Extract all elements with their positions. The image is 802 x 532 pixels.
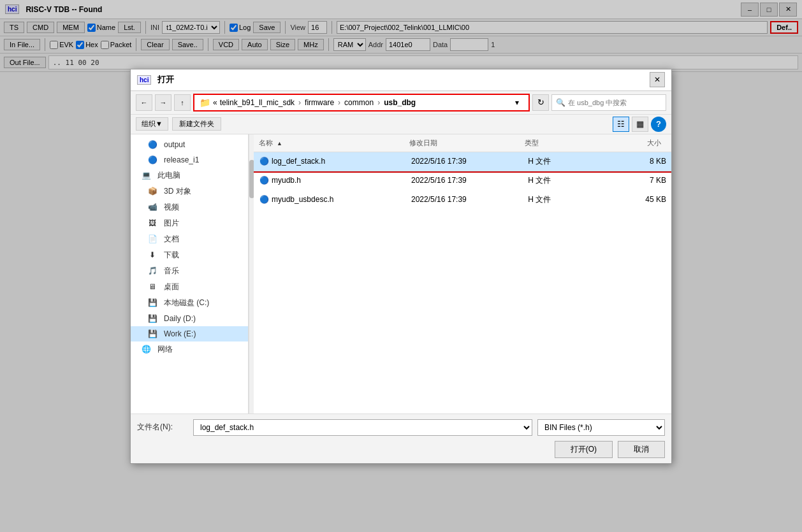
file-size-1: 8 KB <box>604 155 671 167</box>
address-bar: ← → ↑ 📁 « telink_b91_ll_mic_sdk › firmwa… <box>131 91 671 115</box>
open-button[interactable]: 打开(O) <box>555 441 613 458</box>
path-arrow1: › <box>298 98 301 107</box>
sidebar-drive-d-label: Daily (D:) <box>164 314 196 323</box>
path-dropdown-icon[interactable]: ▾ <box>511 96 523 109</box>
computer-icon: 💻 <box>141 170 151 180</box>
dialog-title-text: 打开 <box>157 74 174 85</box>
sidebar-item-docs[interactable]: 📄 文档 <box>131 231 248 247</box>
file-dialog: hci 打开 ✕ ← → ↑ 📁 « telink_b91_ll_mic_sdk… <box>130 69 672 464</box>
desktop-icon: 🖥 <box>147 282 157 292</box>
video-icon: 📹 <box>147 202 157 212</box>
sidebar-item-video[interactable]: 📹 视频 <box>131 199 248 215</box>
path-arrow2: › <box>338 98 340 107</box>
file-type-1: H 文件 <box>523 155 604 168</box>
sidebar-item-music[interactable]: 🎵 音乐 <box>131 263 248 279</box>
release-icon: 🔵 <box>147 155 157 165</box>
file-row-2[interactable]: 🔵 myudb.h 2022/5/16 17:39 H 文件 7 KB <box>254 171 671 191</box>
file-type-3: H 文件 <box>523 193 604 206</box>
path-seg2: common <box>344 98 374 107</box>
sidebar-item-network[interactable]: 🌐 网络 <box>131 341 248 357</box>
search-icon: 🔍 <box>556 98 565 107</box>
sidebar-item-drive-c[interactable]: 💾 本地磁盘 (C:) <box>131 295 248 311</box>
sidebar-video-label: 视频 <box>164 202 179 213</box>
music-icon: 🎵 <box>147 266 157 276</box>
path-seg3: usb_dbg <box>384 98 416 107</box>
sidebar-computer-label: 此电脑 <box>157 170 180 181</box>
file-icon-3: 🔵 <box>259 194 269 205</box>
sidebar-item-downloads[interactable]: ⬇ 下载 <box>131 247 248 263</box>
path-root: « <box>213 98 217 107</box>
drive-e-icon: 💾 <box>147 329 157 339</box>
docs-icon: 📄 <box>147 234 157 244</box>
path-seg1: firmware <box>305 98 334 107</box>
address-folder-icon: 📁 <box>200 97 210 108</box>
new-folder-button[interactable]: 新建文件夹 <box>172 117 221 131</box>
filename-input[interactable]: log_def_stack.h <box>193 419 532 436</box>
file-icon-1: 🔵 <box>259 156 269 166</box>
sort-arrow: ▲ <box>277 140 282 147</box>
sidebar-item-release[interactable]: 🔵 release_i1 <box>131 152 248 168</box>
sidebar-desktop-label: 桌面 <box>164 282 179 292</box>
file-type-2: H 文件 <box>523 174 604 187</box>
file-list-header: 名称 ▲ 修改日期 类型 大小 <box>254 134 671 152</box>
dialog-title-bar: hci 打开 ✕ <box>131 69 671 91</box>
drive-d-icon: 💾 <box>147 313 157 324</box>
file-name-2: 🔵 myudb.h <box>254 174 406 187</box>
path-root-label: telink_b91_ll_mic_sdk <box>220 98 295 107</box>
sidebar-release-label: release_i1 <box>164 155 199 164</box>
sidebar-item-drive-d[interactable]: 💾 Daily (D:) <box>131 311 248 326</box>
sidebar-3d-label: 3D 对象 <box>164 186 191 197</box>
organize-button[interactable]: 组织▼ <box>136 117 168 131</box>
dialog-logo: hci <box>137 75 151 85</box>
dialog-toolbar: 组织▼ 新建文件夹 ☷ ▦ ? <box>131 115 671 134</box>
file-list-container: 名称 ▲ 修改日期 类型 大小 🔵 log_def_stack.h <box>254 134 671 413</box>
file-date-3: 2022/5/16 17:39 <box>406 194 523 205</box>
sidebar-item-3d[interactable]: 📦 3D 对象 <box>131 183 248 199</box>
search-box[interactable]: 🔍 <box>551 94 666 111</box>
view-details-button[interactable]: ☷ <box>613 117 629 132</box>
dialog-overlay: hci 打开 ✕ ← → ↑ 📁 « telink_b91_ll_mic_sdk… <box>0 0 802 532</box>
sidebar-item-desktop[interactable]: 🖥 桌面 <box>131 279 248 295</box>
file-row-3[interactable]: 🔵 myudb_usbdesc.h 2022/5/16 17:39 H 文件 4… <box>254 191 671 210</box>
3d-icon: 📦 <box>147 186 157 196</box>
sidebar-item-computer[interactable]: 💻 此电脑 <box>131 168 248 183</box>
col-type-header[interactable]: 类型 <box>520 137 600 149</box>
drive-c-icon: 💾 <box>147 298 157 308</box>
view-tiles-button[interactable]: ▦ <box>632 117 648 132</box>
sidebar-item-output[interactable]: 🔵 output <box>131 137 248 152</box>
file-row-1[interactable]: 🔵 log_def_stack.h 2022/5/16 17:39 H 文件 8… <box>254 152 671 171</box>
view-icons: ☷ ▦ ? <box>613 117 666 132</box>
sidebar-item-images[interactable]: 🖼 图片 <box>131 215 248 231</box>
sidebar-drive-e-label: Work (E:) <box>164 329 196 338</box>
dialog-title: hci 打开 <box>137 74 174 85</box>
help-button[interactable]: ? <box>651 117 666 132</box>
col-size-header[interactable]: 大小 <box>600 137 671 149</box>
dialog-sidebar: 🔵 output 🔵 release_i1 💻 此电脑 📦 3D 对象 <box>131 134 249 413</box>
dialog-bottom: 文件名(N): log_def_stack.h BIN Files (*.h) … <box>131 413 671 463</box>
output-icon: 🔵 <box>147 140 157 150</box>
file-size-2: 7 KB <box>604 175 671 186</box>
filename-label: 文件名(N): <box>137 422 188 433</box>
images-icon: 🖼 <box>147 218 157 228</box>
network-icon: 🌐 <box>141 344 151 354</box>
forward-button[interactable]: → <box>155 94 171 111</box>
dialog-close-button[interactable]: ✕ <box>650 72 665 87</box>
sidebar-drive-c-label: 本地磁盘 (C:) <box>164 298 209 308</box>
up-button[interactable]: ↑ <box>174 94 191 111</box>
app-window: hci RISC-V TDB -- Found – □ ✕ TS CMD MEM… <box>0 0 802 532</box>
refresh-button[interactable]: ↻ <box>532 94 549 111</box>
back-button[interactable]: ← <box>136 94 152 111</box>
address-path[interactable]: 📁 « telink_b91_ll_mic_sdk › firmware › c… <box>193 94 530 111</box>
file-date-2: 2022/5/16 17:39 <box>406 175 523 186</box>
sidebar-item-drive-e[interactable]: 💾 Work (E:) <box>131 326 248 341</box>
col-name-header[interactable]: 名称 ▲ <box>254 137 404 149</box>
cancel-button[interactable]: 取消 <box>618 441 665 458</box>
col-date-header[interactable]: 修改日期 <box>404 137 520 149</box>
sidebar-output-label: output <box>164 140 185 149</box>
file-icon-2: 🔵 <box>259 175 269 185</box>
sidebar-scrollbar[interactable] <box>249 134 254 413</box>
search-input[interactable] <box>568 99 662 106</box>
sidebar-downloads-label: 下载 <box>164 250 179 261</box>
file-name-1: 🔵 log_def_stack.h <box>254 155 406 168</box>
filetype-select[interactable]: BIN Files (*.h) <box>537 419 665 436</box>
